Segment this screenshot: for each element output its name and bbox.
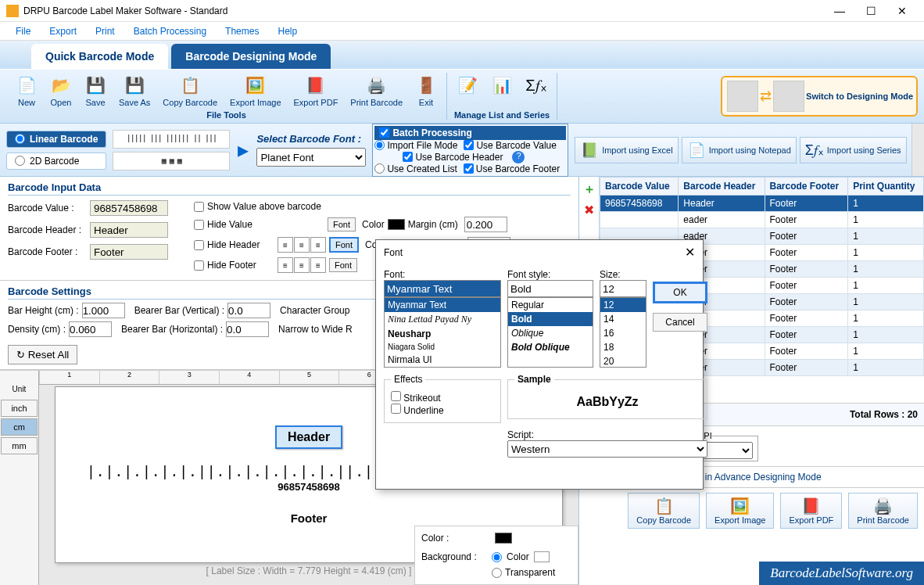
import-notepad-button[interactable]: 📄Import using Notepad — [682, 137, 797, 163]
col-qty[interactable]: Print Quantity — [848, 178, 924, 196]
use-header-check[interactable]: Use Barcode Header — [403, 152, 503, 163]
font-list[interactable]: Myanmar Text Nina Lettad Payad Ny Neusha… — [384, 297, 501, 368]
menu-print[interactable]: Print — [86, 23, 124, 40]
font-option[interactable]: Nina Lettad Payad Ny — [385, 312, 500, 327]
minimize-button[interactable]: — — [824, 2, 855, 20]
use-footer-check[interactable]: Use Barcode Footer — [464, 163, 560, 174]
col-footer[interactable]: Barcode Footer — [765, 178, 848, 196]
style-option[interactable]: Oblique — [508, 326, 593, 340]
import-excel-button[interactable]: 📗Import using Excel — [575, 137, 678, 163]
col-header[interactable]: Barcode Header — [679, 178, 765, 196]
align-left[interactable]: ≡ — [278, 237, 293, 253]
font-style-input[interactable] — [507, 280, 593, 297]
ribbon-save[interactable]: 💾Save — [78, 73, 113, 109]
style-option[interactable]: Bold Oblique — [508, 340, 593, 354]
ribbon-open[interactable]: 📂Open — [44, 73, 78, 109]
font-size-input[interactable] — [600, 280, 646, 297]
strikeout-check[interactable]: Strikeout — [391, 391, 494, 404]
created-list-radio[interactable]: Use Created List — [374, 163, 457, 174]
ribbon-manage-1[interactable]: 📝 — [450, 73, 485, 98]
batch-checkbox[interactable] — [379, 127, 389, 138]
help-icon[interactable]: ? — [512, 151, 525, 163]
cancel-button[interactable]: Cancel — [653, 313, 707, 332]
table-row[interactable]: 96857458698HeaderFooter1 — [600, 196, 924, 212]
align-center[interactable]: ≡ — [294, 237, 310, 253]
export-image-button[interactable]: 🖼️Export Image — [706, 493, 774, 529]
bbv-input[interactable] — [227, 303, 270, 318]
menu-batch[interactable]: Batch Processing — [124, 23, 216, 40]
align-right[interactable]: ≡ — [310, 237, 326, 253]
add-row-icon[interactable]: ＋ — [583, 181, 596, 198]
use-value-check[interactable]: Use Barcode Value — [464, 140, 557, 151]
import-mode-radio[interactable]: Import File Mode — [374, 140, 457, 151]
size-option[interactable]: 12 — [600, 298, 646, 312]
barcode-font-select[interactable]: Planet Font — [256, 148, 366, 167]
style-option[interactable]: Regular — [508, 298, 593, 312]
linear-barcode-option[interactable]: Linear Barcode — [6, 131, 106, 148]
unit-mm[interactable]: mm — [1, 437, 38, 454]
font-option[interactable]: Niagara Solid — [385, 341, 500, 353]
font-name-input[interactable] — [384, 280, 501, 297]
bar-height-input[interactable] — [82, 303, 125, 318]
col-value[interactable]: Barcode Value — [600, 178, 679, 196]
hide-footer-check[interactable] — [194, 260, 204, 271]
ribbon-export-pdf[interactable]: 📕Export PDF — [288, 73, 345, 109]
ok-button[interactable]: OK — [653, 282, 707, 303]
ribbon-saveas[interactable]: 💾Save As — [113, 73, 156, 109]
maximize-button[interactable]: ☐ — [855, 2, 886, 20]
size-option[interactable]: 16 — [600, 326, 646, 340]
ribbon-manage-2[interactable]: 📊 — [485, 73, 519, 98]
unit-inch[interactable]: inch — [1, 400, 38, 417]
ribbon-exit[interactable]: 🚪Exit — [409, 73, 443, 109]
tab-design-mode[interactable]: Barcode Designing Mode — [171, 44, 331, 69]
show-value-check[interactable] — [194, 202, 204, 212]
ribbon-copy[interactable]: 📋Copy Barcode — [156, 73, 224, 109]
table-row[interactable]: eaderFooter1 — [600, 212, 924, 228]
menu-file[interactable]: File — [6, 23, 40, 40]
ribbon-new[interactable]: 📄New — [9, 73, 44, 109]
gen-color-picker[interactable] — [495, 533, 512, 544]
size-option[interactable]: 14 — [600, 312, 646, 326]
bg-trans-radio[interactable] — [492, 568, 502, 578]
size-option[interactable]: 20 — [600, 354, 646, 368]
ribbon-export-image[interactable]: 🖼️Export Image — [224, 73, 287, 109]
menu-export[interactable]: Export — [40, 23, 86, 40]
vertical-scrollbar[interactable] — [911, 124, 924, 176]
ribbon-manage-3[interactable]: Σ𝑓ₓ — [519, 73, 553, 98]
copy-barcode-button[interactable]: 📋Copy Barcode — [628, 493, 700, 529]
barcode-footer-input[interactable] — [90, 244, 168, 260]
dialog-close-icon[interactable]: ✕ — [685, 245, 695, 260]
import-series-button[interactable]: Σ𝑓ₓImport using Series — [800, 137, 907, 163]
menu-themes[interactable]: Themes — [216, 23, 268, 40]
header-font-button[interactable]: Font — [329, 237, 359, 253]
bbh-input[interactable] — [226, 321, 269, 337]
font-option[interactable]: Nirmala UI — [385, 353, 500, 367]
script-select[interactable]: Western — [507, 440, 707, 458]
preview-header[interactable]: Header — [275, 425, 342, 449]
hide-value-check[interactable] — [194, 220, 204, 230]
bg-color-swatch[interactable] — [534, 551, 550, 562]
bg-color-radio[interactable] — [492, 552, 502, 562]
2d-barcode-option[interactable]: 2D Barcode — [6, 153, 106, 170]
close-button[interactable]: ✕ — [886, 2, 918, 20]
delete-row-icon[interactable]: ✖ — [584, 203, 594, 217]
switch-mode-button[interactable]: ⇄ Switch to Designing Mode — [721, 76, 918, 117]
barcode-header-input[interactable] — [90, 222, 168, 238]
print-barcode-button[interactable]: 🖨️Print Barcode — [848, 493, 918, 529]
style-option[interactable]: Bold — [508, 312, 593, 326]
ribbon-print[interactable]: 🖨️Print Barcode — [344, 73, 409, 109]
tab-quick-mode[interactable]: Quick Barcode Mode — [31, 44, 168, 69]
value-color-picker[interactable] — [388, 219, 405, 230]
unit-cm[interactable]: cm — [1, 418, 38, 436]
value-margin-input[interactable] — [464, 217, 507, 232]
size-option[interactable]: 18 — [600, 340, 646, 354]
hide-header-check[interactable] — [194, 240, 204, 250]
font-option[interactable]: Myanmar Text — [385, 298, 500, 312]
underline-check[interactable]: Underline — [391, 404, 494, 416]
menu-help[interactable]: Help — [268, 23, 306, 40]
footer-font-button[interactable]: Font — [329, 258, 357, 272]
font-option[interactable]: Neusharp — [385, 327, 500, 341]
reset-button[interactable]: ↻ Reset All — [8, 345, 77, 364]
style-list[interactable]: Regular Bold Oblique Bold Oblique — [507, 297, 593, 368]
barcode-value-input[interactable] — [90, 200, 168, 216]
